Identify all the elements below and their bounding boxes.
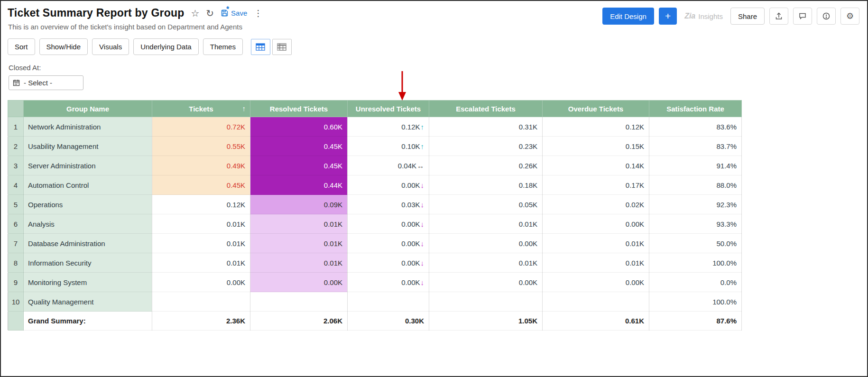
cell-overdue[interactable]: 0.01K <box>543 253 649 273</box>
cell-group-name[interactable]: Operations <box>24 195 152 214</box>
cell-tickets[interactable]: 0.45K <box>152 175 250 195</box>
column-header-resolved-tickets[interactable]: Resolved Tickets <box>250 101 348 117</box>
cell-escalated[interactable]: 0.18K <box>429 175 543 195</box>
column-header-tickets[interactable]: Tickets ↑ <box>152 101 250 117</box>
cell-escalated[interactable]: 0.01K <box>429 253 543 273</box>
table-view-button[interactable] <box>251 39 270 55</box>
cell-unresolved[interactable]: 0.00K↓ <box>348 175 429 195</box>
alerts-button[interactable] <box>817 8 836 25</box>
settings-button[interactable]: ⚙ <box>840 8 859 25</box>
cell-escalated[interactable]: 0.00K <box>429 234 543 253</box>
cell-group-name[interactable]: Automation Control <box>24 175 152 195</box>
cell-satisfaction[interactable]: 50.0% <box>649 234 742 253</box>
cell-overdue[interactable]: 0.00K <box>543 214 649 234</box>
cell-overdue[interactable]: 0.15K <box>543 137 649 156</box>
cell-resolved[interactable]: 0.60K <box>250 117 348 137</box>
cell-overdue[interactable]: 0.12K <box>543 117 649 137</box>
cell-unresolved[interactable]: 0.00K↓ <box>348 234 429 253</box>
cell-resolved[interactable]: 0.09K <box>250 195 348 214</box>
cell-tickets[interactable]: 0.55K <box>152 137 250 156</box>
cell-group-name[interactable]: Server Administration <box>24 156 152 175</box>
cell-unresolved[interactable]: 0.04K↔ <box>348 156 429 175</box>
closed-at-select[interactable]: - Select - <box>9 75 83 90</box>
more-options-icon[interactable]: ⋮ <box>254 9 262 18</box>
cell-overdue[interactable]: 0.17K <box>543 175 649 195</box>
cell-satisfaction[interactable]: 88.0% <box>649 175 742 195</box>
share-button[interactable]: Share <box>730 8 765 25</box>
cell-satisfaction[interactable]: 93.3% <box>649 214 742 234</box>
cell-group-name[interactable]: Quality Management <box>24 292 152 312</box>
cell-overdue[interactable]: 0.00K <box>543 273 649 292</box>
cell-tickets[interactable]: 0.72K <box>152 117 250 137</box>
cell-satisfaction[interactable]: 100.0% <box>649 253 742 273</box>
underlying-data-button[interactable]: Underlying Data <box>133 38 199 55</box>
cell-tickets[interactable]: 0.01K <box>152 234 250 253</box>
cell-escalated[interactable]: 0.00K <box>429 273 543 292</box>
sort-asc-icon[interactable]: ↑ <box>242 104 246 112</box>
cell-unresolved[interactable]: 0.00K↓ <box>348 253 429 273</box>
cell-satisfaction[interactable]: 83.7% <box>649 137 742 156</box>
cell-overdue[interactable]: 0.02K <box>543 195 649 214</box>
column-header-unresolved-tickets[interactable]: Unresolved Tickets <box>348 101 429 117</box>
alert-icon <box>822 12 831 20</box>
cell-escalated[interactable] <box>429 292 543 312</box>
column-header-group-name[interactable]: Group Name <box>24 101 152 117</box>
cell-satisfaction[interactable]: 0.0% <box>649 273 742 292</box>
cell-unresolved[interactable] <box>348 292 429 312</box>
pivot-view-button[interactable] <box>272 39 292 55</box>
cell-resolved[interactable]: 0.01K <box>250 253 348 273</box>
cell-escalated[interactable]: 0.05K <box>429 195 543 214</box>
cell-tickets[interactable]: 0.00K <box>152 273 250 292</box>
cell-overdue[interactable] <box>543 292 649 312</box>
cell-unresolved[interactable]: 0.00K↓ <box>348 214 429 234</box>
cell-resolved[interactable]: 0.01K <box>250 214 348 234</box>
cell-resolved[interactable]: 0.45K <box>250 137 348 156</box>
cell-unresolved[interactable]: 0.10K↑ <box>348 137 429 156</box>
column-header-satisfaction-rate[interactable]: Satisfaction Rate <box>649 101 742 117</box>
cell-escalated[interactable]: 0.01K <box>429 214 543 234</box>
visuals-button[interactable]: Visuals <box>92 38 129 55</box>
cell-group-name[interactable]: Information Security <box>24 253 152 273</box>
cell-unresolved[interactable]: 0.00K↓ <box>348 273 429 292</box>
column-header-escalated-tickets[interactable]: Escalated Tickets <box>429 101 543 117</box>
cell-group-name[interactable]: Network Administration <box>24 117 152 137</box>
cell-group-name[interactable]: Monitoring System <box>24 273 152 292</box>
insights-button[interactable]: Zia Insights <box>682 12 726 20</box>
cell-resolved[interactable]: 0.44K <box>250 175 348 195</box>
table-view-icon <box>256 43 265 51</box>
show-hide-button[interactable]: Show/Hide <box>39 38 88 55</box>
cell-overdue[interactable]: 0.14K <box>543 156 649 175</box>
cell-tickets[interactable]: 0.12K <box>152 195 250 214</box>
column-header-overdue-tickets[interactable]: Overdue Tickets <box>543 101 649 117</box>
cell-group-name[interactable]: Database Administration <box>24 234 152 253</box>
cell-resolved[interactable]: 0.00K <box>250 273 348 292</box>
cell-group-name[interactable]: Usability Management <box>24 137 152 156</box>
cell-satisfaction[interactable]: 83.6% <box>649 117 742 137</box>
cell-tickets[interactable]: 0.01K <box>152 214 250 234</box>
cell-escalated[interactable]: 0.31K <box>429 117 543 137</box>
cell-resolved[interactable] <box>250 292 348 312</box>
export-button[interactable] <box>769 8 788 25</box>
save-button[interactable]: * Save <box>221 9 247 17</box>
themes-button[interactable]: Themes <box>203 38 243 55</box>
cell-satisfaction[interactable]: 92.3% <box>649 195 742 214</box>
sort-button[interactable]: Sort <box>8 38 35 55</box>
cell-tickets[interactable]: 0.49K <box>152 156 250 175</box>
cell-satisfaction[interactable]: 100.0% <box>649 292 742 312</box>
cell-escalated[interactable]: 0.26K <box>429 156 543 175</box>
cell-unresolved[interactable]: 0.03K↓ <box>348 195 429 214</box>
cell-unresolved[interactable]: 0.12K↑ <box>348 117 429 137</box>
cell-escalated[interactable]: 0.23K <box>429 137 543 156</box>
edit-design-button[interactable]: Edit Design <box>602 8 654 25</box>
cell-tickets[interactable]: 0.01K <box>152 253 250 273</box>
add-button[interactable]: + <box>659 8 677 25</box>
cell-resolved[interactable]: 0.45K <box>250 156 348 175</box>
cell-tickets[interactable] <box>152 292 250 312</box>
comment-button[interactable] <box>793 8 812 25</box>
favorite-star-icon[interactable]: ☆ <box>191 9 199 18</box>
cell-satisfaction[interactable]: 91.4% <box>649 156 742 175</box>
cell-resolved[interactable]: 0.01K <box>250 234 348 253</box>
cell-group-name[interactable]: Analysis <box>24 214 152 234</box>
cell-overdue[interactable]: 0.01K <box>543 234 649 253</box>
refresh-icon[interactable]: ↻ <box>206 9 214 18</box>
